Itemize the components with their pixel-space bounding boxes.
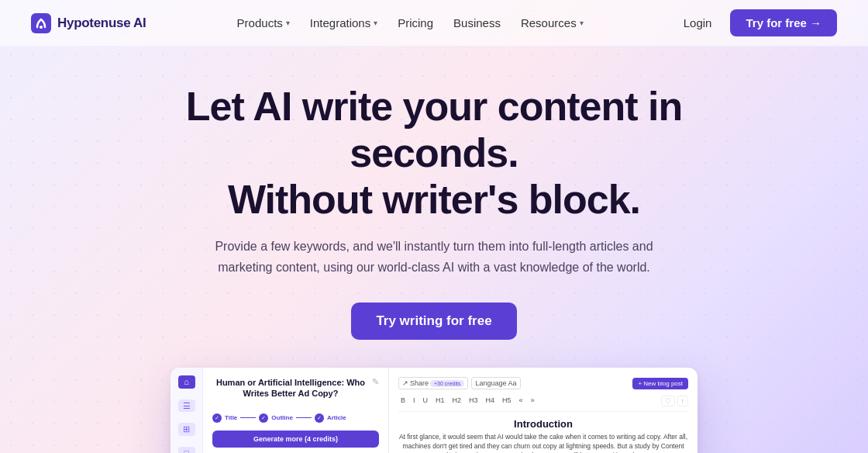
- chevron-down-icon: ▾: [286, 19, 290, 27]
- right-toolbar: ↗ Share +30 credits Language Aa + New bl…: [398, 377, 688, 389]
- h2-button[interactable]: H2: [450, 396, 464, 406]
- navbar: Hypotenuse AI Products ▾ Integrations ▾ …: [0, 0, 868, 47]
- article-content: Introduction At first glance, it would s…: [398, 418, 688, 453]
- heart-button[interactable]: ♡: [661, 396, 675, 406]
- nav-products[interactable]: Products ▾: [229, 12, 298, 34]
- mockup-window: ⌂ ☰ ⊞ □ ✦ ⇄ $ Human or Artificial Intell…: [170, 368, 698, 453]
- upload-button[interactable]: ↑: [677, 396, 689, 406]
- login-button[interactable]: Login: [674, 12, 722, 34]
- underline-button[interactable]: U: [421, 396, 431, 406]
- sidebar-icon-home: ⌂: [178, 375, 195, 389]
- nav-resources[interactable]: Resources ▾: [513, 12, 591, 34]
- chevron-down-icon: ▾: [580, 19, 584, 27]
- hero-title: Let AI write your content in seconds. Wi…: [140, 84, 728, 223]
- language-button[interactable]: Language Aa: [471, 377, 520, 389]
- italic-button[interactable]: I: [411, 396, 418, 406]
- h3-button[interactable]: H3: [467, 396, 480, 406]
- nav-pricing[interactable]: Pricing: [390, 12, 441, 34]
- formatting-toolbar: B I U H1 H2 H3 H4 H5 « » ♡ ↑: [398, 396, 688, 412]
- h5-button[interactable]: H5: [500, 396, 514, 406]
- new-blog-post-button[interactable]: + New blog post: [632, 378, 688, 389]
- chevron-down-icon: ▾: [374, 19, 377, 27]
- quote-open-button[interactable]: «: [517, 396, 525, 406]
- step-line-1: [240, 417, 256, 418]
- logo-link[interactable]: Hypotenuse AI: [31, 13, 146, 33]
- sidebar-icon-docs: ☰: [178, 399, 195, 413]
- quote-close-button[interactable]: »: [529, 396, 537, 406]
- h1-button[interactable]: H1: [433, 396, 447, 406]
- mockup-left-panel: Human or Artificial Intelligence: Who Wr…: [203, 368, 389, 453]
- step-article: ✓: [315, 413, 324, 423]
- edit-icon: ✎: [372, 377, 379, 387]
- article-intro-text: At first glance, it would seem that AI w…: [398, 433, 688, 453]
- logo-icon: [31, 13, 51, 33]
- logo-text: Hypotenuse AI: [57, 16, 146, 31]
- article-title: Human or Artificial Intelligence: Who Wr…: [212, 377, 369, 399]
- mockup-sidebar: ⌂ ☰ ⊞ □ ✦ ⇄ $: [170, 368, 203, 453]
- share-button[interactable]: ↗ Share +30 credits: [398, 377, 468, 389]
- h4-button[interactable]: H4: [484, 396, 498, 406]
- svg-rect-0: [31, 13, 51, 33]
- hero-cta-button[interactable]: Try writing for free: [351, 303, 516, 340]
- generate-more-button[interactable]: Generate more (4 credits): [212, 431, 379, 448]
- bold-button[interactable]: B: [398, 396, 408, 406]
- step-outline: ✓: [259, 413, 268, 423]
- sidebar-icon-grid: ⊞: [178, 423, 195, 436]
- step-line-2: [296, 417, 312, 418]
- nav-integrations[interactable]: Integrations ▾: [302, 12, 385, 34]
- step-title: ✓: [212, 413, 222, 423]
- steps-indicator: ✓ Title ✓ Outline ✓ Article: [212, 413, 379, 423]
- toolbar-right-actions: ♡ ↑: [661, 396, 689, 406]
- try-for-free-button[interactable]: Try for free →: [730, 9, 837, 36]
- product-mockup: ⌂ ☰ ⊞ □ ✦ ⇄ $ Human or Artificial Intell…: [16, 368, 852, 453]
- hero-subtitle: Provide a few keywords, and we'll instan…: [209, 237, 659, 278]
- nav-links: Products ▾ Integrations ▾ Pricing Busine…: [229, 12, 591, 34]
- toolbar-left: ↗ Share +30 credits Language Aa: [398, 377, 521, 389]
- mockup-right-panel: ↗ Share +30 credits Language Aa + New bl…: [389, 368, 698, 453]
- nav-business[interactable]: Business: [446, 12, 508, 34]
- article-section-title: Introduction: [398, 418, 688, 430]
- sidebar-icon-file: □: [178, 447, 195, 453]
- hero-section: Let AI write your content in seconds. Wi…: [0, 47, 868, 453]
- nav-actions: Login Try for free →: [674, 9, 837, 36]
- svg-point-1: [40, 26, 43, 29]
